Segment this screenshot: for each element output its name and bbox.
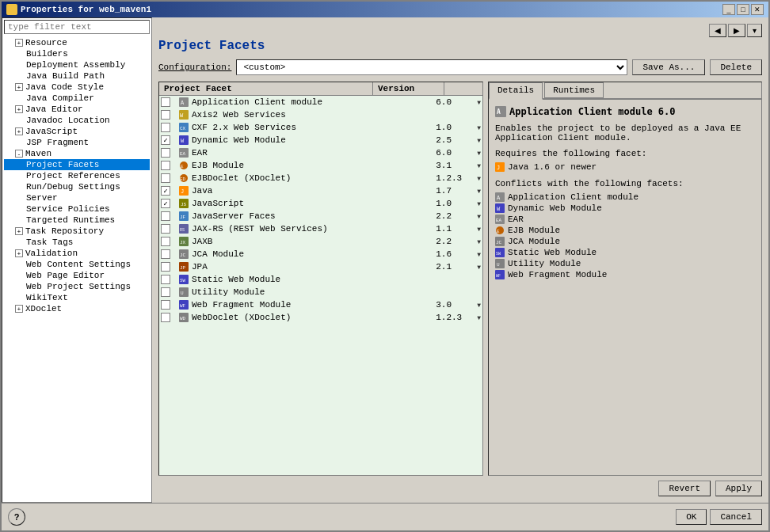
version-dropdown[interactable]: ▼ <box>477 238 481 245</box>
table-row[interactable]: J Java 1.7 ▼ <box>159 184 482 197</box>
sidebar-item-web-page[interactable]: Web Page Editor <box>4 270 150 281</box>
facet-checkbox[interactable] <box>161 123 170 132</box>
facet-checkbox[interactable] <box>161 313 170 322</box>
table-row[interactable]: JF JavaServer Faces 2.2 ▼ <box>159 210 482 222</box>
version-dropdown[interactable]: ▼ <box>477 137 481 144</box>
filter-input[interactable] <box>4 20 150 34</box>
sidebar-item-xdoclet[interactable]: + XDoclet <box>4 303 150 314</box>
cancel-button[interactable]: Cancel <box>710 509 762 525</box>
facet-checkbox[interactable] <box>161 275 170 284</box>
version-dropdown[interactable]: ▼ <box>477 150 481 157</box>
table-row[interactable]: E EJB Module 3.1 ▼ <box>159 159 482 172</box>
sidebar-item-run-debug[interactable]: Run/Debug Settings <box>4 181 150 192</box>
sidebar-item-builders[interactable]: Builders <box>4 48 150 59</box>
sidebar-item-label: Validation <box>25 249 78 258</box>
sidebar-item-task-tags[interactable]: Task Tags <box>4 237 150 248</box>
facet-checkbox[interactable] <box>161 97 170 107</box>
facet-checkbox[interactable] <box>161 161 170 170</box>
save-as-button[interactable]: Save As... <box>632 59 705 75</box>
table-row[interactable]: WF Web Fragment Module 3.0 ▼ <box>159 298 482 311</box>
sidebar-item-web-project[interactable]: Web Project Settings <box>4 281 150 292</box>
table-row[interactable]: JS JavaScript 1.0 ▼ <box>159 197 482 210</box>
sidebar-item-deployment[interactable]: Deployment Assembly <box>4 59 150 70</box>
sidebar-item-java-code-style[interactable]: + Java Code Style <box>4 82 150 93</box>
details-desc: Enables the project to be deployed as a … <box>495 124 755 142</box>
table-row[interactable]: CX CXF 2.x Web Services 1.0 ▼ <box>159 121 482 134</box>
tab-details[interactable]: Details <box>489 82 543 100</box>
table-row[interactable]: JP JPA 2.1 ▼ <box>159 260 482 273</box>
table-row[interactable]: W Axis2 Web Services <box>159 108 482 121</box>
facet-checkbox[interactable] <box>161 287 170 297</box>
svg-text:U: U <box>497 262 500 268</box>
table-row[interactable]: JC JCA Module 1.6 ▼ <box>159 248 482 260</box>
sidebar-item-wikitext[interactable]: WikiText <box>4 292 150 303</box>
apply-button[interactable]: Apply <box>715 481 762 496</box>
facet-checkbox[interactable] <box>161 173 170 183</box>
table-row[interactable]: JX JAXB 2.2 ▼ <box>159 235 482 248</box>
table-row[interactable]: EA EAR 6.0 ▼ <box>159 146 482 159</box>
version-dropdown[interactable]: ▼ <box>477 162 481 169</box>
facet-checkbox[interactable] <box>161 186 170 196</box>
sidebar-item-java-compiler[interactable]: Java Compiler <box>4 93 150 104</box>
version-dropdown[interactable]: ▼ <box>477 99 481 106</box>
sidebar-item-maven[interactable]: - Maven <box>4 148 150 159</box>
version-dropdown[interactable]: ▼ <box>477 200 481 207</box>
sidebar-item-service-policies[interactable]: Service Policies <box>4 203 150 215</box>
facet-checkbox[interactable] <box>161 211 170 221</box>
nav-back-button[interactable]: ◀ <box>709 24 726 37</box>
facet-checkbox[interactable] <box>161 249 170 259</box>
sidebar-item-label: Web Page Editor <box>26 271 105 280</box>
table-row[interactable]: W Dynamic Web Module 2.5 ▼ <box>159 134 482 146</box>
nav-down-button[interactable]: ▾ <box>747 24 762 37</box>
sidebar-item-resource[interactable]: + Resource <box>4 37 150 48</box>
facet-checkbox[interactable] <box>161 110 170 120</box>
facet-checkbox[interactable] <box>161 199 170 208</box>
table-row[interactable]: RS JAX-RS (REST Web Services) 1.1 ▼ <box>159 222 482 235</box>
version-dropdown[interactable]: ▼ <box>477 175 481 182</box>
version-dropdown[interactable]: ▼ <box>477 124 481 131</box>
version-dropdown[interactable]: ▼ <box>477 226 481 233</box>
sidebar-item-targeted[interactable]: Targeted Runtimes <box>4 215 150 226</box>
help-button[interactable]: ? <box>8 508 25 526</box>
version-dropdown[interactable]: ▼ <box>477 213 481 220</box>
facet-checkbox[interactable] <box>161 237 170 246</box>
version-dropdown[interactable]: ▼ <box>477 302 481 309</box>
version-dropdown[interactable]: ▼ <box>477 188 481 195</box>
facet-version: 6.0 <box>436 148 475 158</box>
version-dropdown[interactable]: ▼ <box>477 314 481 321</box>
nav-fwd-button[interactable]: ▶ <box>728 24 745 37</box>
revert-button[interactable]: Revert <box>658 481 711 496</box>
table-row[interactable]: ED EJBDoclet (XDoclet) 1.2.3 ▼ <box>159 172 482 184</box>
table-row[interactable]: WD WebDoclet (XDoclet) 1.2.3 ▼ <box>159 311 482 324</box>
sidebar-item-java-build[interactable]: Java Build Path <box>4 70 150 82</box>
sidebar-item-project-refs[interactable]: Project References <box>4 170 150 181</box>
table-row[interactable]: SW Static Web Module <box>159 273 482 286</box>
facet-checkbox[interactable] <box>161 300 170 310</box>
sidebar-item-javadoc[interactable]: Javadoc Location <box>4 115 150 126</box>
sidebar-item-jsp[interactable]: JSP Fragment <box>4 137 150 148</box>
sidebar-item-project-facets[interactable]: Project Facets <box>4 159 150 170</box>
facet-checkbox[interactable] <box>161 262 170 272</box>
minimize-button[interactable]: _ <box>722 4 735 15</box>
tab-runtimes[interactable]: Runtimes <box>544 82 604 98</box>
version-dropdown[interactable]: ▼ <box>477 251 481 258</box>
close-button[interactable]: ✕ <box>751 4 764 15</box>
sidebar-item-web-content[interactable]: Web Content Settings <box>4 259 150 270</box>
sidebar-item-java-editor[interactable]: + Java Editor <box>4 104 150 115</box>
facet-checkbox[interactable] <box>161 224 170 234</box>
table-row[interactable]: U Utility Module <box>159 286 482 298</box>
sidebar-item-server[interactable]: Server <box>4 192 150 203</box>
facet-name: Application Client module <box>192 97 436 107</box>
delete-button[interactable]: Delete <box>710 59 762 75</box>
version-dropdown[interactable]: ▼ <box>477 264 481 271</box>
table-row[interactable]: A Application Client module 6.0 ▼ <box>159 96 482 108</box>
maximize-button[interactable]: □ <box>737 4 749 15</box>
sidebar-item-javascript[interactable]: + JavaScript <box>4 126 150 137</box>
facet-checkbox[interactable] <box>161 148 170 158</box>
config-select[interactable]: <custom> <box>236 59 627 75</box>
sidebar-item-task-repo[interactable]: + Task Repository <box>4 226 150 237</box>
expand-icon: + <box>15 83 23 91</box>
sidebar-item-validation[interactable]: + Validation <box>4 248 150 259</box>
facet-checkbox[interactable] <box>161 135 170 145</box>
ok-button[interactable]: OK <box>676 509 707 525</box>
